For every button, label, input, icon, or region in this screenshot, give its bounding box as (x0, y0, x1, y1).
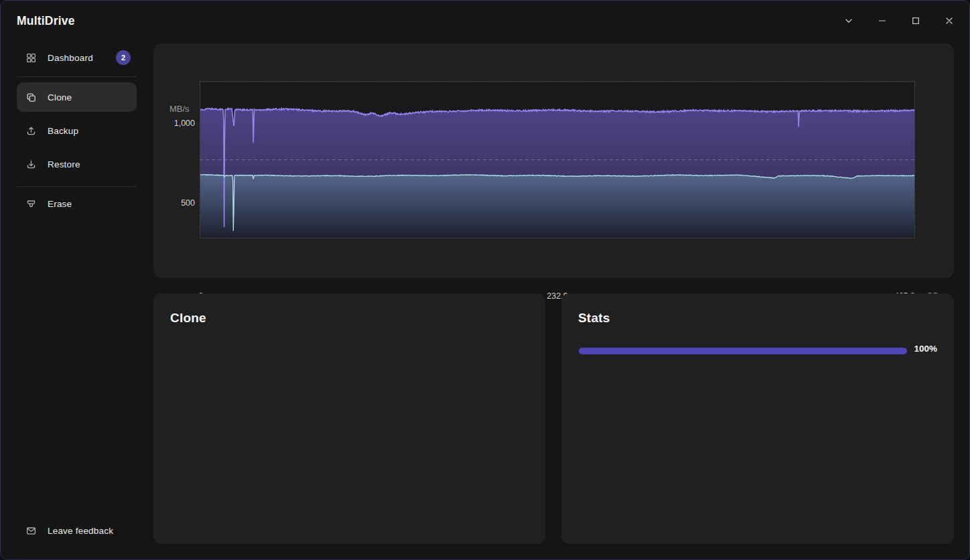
sidebar-item-label: Restore (48, 159, 80, 169)
sidebar-item-label: Erase (48, 199, 72, 209)
minimize-button[interactable] (873, 11, 892, 30)
sidebar-item-restore[interactable]: Restore (17, 149, 137, 179)
sidebar-item-erase[interactable]: Erase (17, 189, 137, 218)
app-title: MultiDrive (17, 14, 75, 28)
progress-percent: 100% (914, 344, 937, 354)
chevron-down-icon (843, 15, 855, 27)
speed-chart-card: MB/s 1,000 500 0 232.9 465.8 GB (153, 44, 954, 278)
upload-icon (25, 125, 37, 137)
progress-bar (579, 348, 907, 354)
eraser-icon (25, 198, 37, 210)
download-icon (25, 159, 37, 170)
clone-icon (25, 92, 37, 103)
maximize-icon (910, 15, 922, 27)
dashboard-grid-icon (25, 52, 37, 64)
y-tick-500: 500 (153, 198, 195, 208)
sidebar-item-label: Clone (48, 92, 72, 102)
leave-feedback-button[interactable]: Leave feedback (17, 516, 137, 545)
sidebar-divider (17, 186, 137, 187)
window-dropdown-button[interactable] (839, 11, 858, 30)
close-icon (943, 15, 955, 27)
minimize-icon (876, 15, 888, 27)
dashboard-badge: 2 (116, 50, 131, 65)
sidebar-item-backup[interactable]: Backup (17, 116, 137, 145)
sidebar-item-clone[interactable]: Clone (17, 82, 137, 112)
close-button[interactable] (940, 11, 959, 30)
speed-chart-plot (200, 81, 915, 238)
sidebar-divider (17, 76, 137, 77)
sidebar-item-label: Dashboard (48, 53, 93, 63)
window-controls (839, 11, 959, 30)
maximize-button[interactable] (906, 11, 925, 30)
stats-card-title: Stats (578, 311, 610, 326)
progress-fill (579, 348, 907, 354)
mail-icon (25, 525, 37, 537)
y-tick-1000: 1,000 (153, 119, 195, 128)
sidebar-item-dashboard[interactable]: Dashboard 2 (17, 43, 137, 72)
leave-feedback-label: Leave feedback (48, 526, 113, 536)
stats-card: Stats 100% Copied 465.8 GB Speed 384 MB/… (561, 293, 954, 544)
clone-card-title: Clone (170, 311, 206, 326)
clone-card: Clone Source 466 GB – Samsung Portable S… (153, 293, 545, 544)
sidebar-item-label: Backup (48, 126, 78, 136)
multidrive-window: MultiDrive (0, 0, 970, 560)
y-axis-unit-label: MB/s (169, 104, 190, 114)
